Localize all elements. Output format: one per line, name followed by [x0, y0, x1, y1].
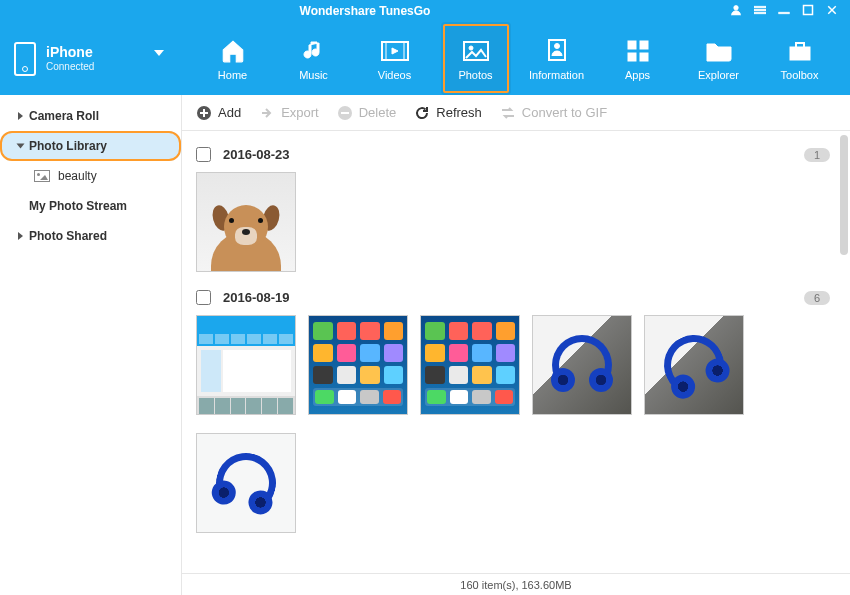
svg-rect-24	[200, 112, 208, 114]
device-selector[interactable]: iPhone Connected	[0, 22, 182, 95]
phone-icon	[14, 42, 36, 76]
nav-apps[interactable]: Apps	[603, 22, 673, 95]
group-date: 2016-08-19	[223, 290, 290, 305]
svg-marker-11	[392, 48, 398, 54]
sidebar-item-my-photo-stream[interactable]: My Photo Stream	[0, 191, 181, 221]
svg-point-13	[469, 46, 473, 50]
photo-group-header: 2016-08-23 1	[196, 147, 836, 162]
sidebar: Camera Roll Photo Library beaulty My Pho…	[0, 95, 182, 595]
device-status: Connected	[46, 61, 94, 72]
svg-rect-2	[754, 9, 766, 11]
nav-music[interactable]: Music	[279, 22, 349, 95]
photo-thumbnail[interactable]	[644, 315, 744, 415]
convert-gif-button[interactable]: Convert to GIF	[500, 105, 607, 121]
svg-rect-18	[628, 53, 636, 61]
status-bar: 160 item(s), 163.60MB	[182, 573, 850, 595]
group-count-badge: 1	[804, 148, 830, 162]
caret-right-icon	[18, 232, 23, 240]
top-nav: iPhone Connected Home Music Videos Photo…	[0, 22, 850, 95]
nav-explorer[interactable]: Explorer	[684, 22, 754, 95]
sidebar-item-label: My Photo Stream	[29, 199, 127, 213]
refresh-icon	[414, 105, 430, 121]
photo-thumbnail[interactable]	[308, 315, 408, 415]
svg-rect-21	[796, 43, 804, 48]
music-icon	[300, 37, 328, 65]
group-select-checkbox[interactable]	[196, 290, 211, 305]
maximize-icon[interactable]	[802, 4, 814, 19]
folder-icon	[705, 37, 733, 65]
svg-rect-16	[628, 41, 636, 49]
svg-rect-3	[754, 12, 766, 14]
menu-icon[interactable]	[754, 4, 766, 19]
group-count-badge: 6	[804, 291, 830, 305]
picture-icon	[34, 170, 50, 182]
chevron-down-icon	[154, 50, 164, 56]
plus-icon	[196, 105, 212, 121]
photo-thumbnail[interactable]	[532, 315, 632, 415]
group-select-checkbox[interactable]	[196, 147, 211, 162]
photo-group-header: 2016-08-19 6	[196, 290, 836, 305]
sidebar-item-label: Camera Roll	[29, 109, 99, 123]
add-button[interactable]: Add	[196, 105, 241, 121]
group-date: 2016-08-23	[223, 147, 290, 162]
videos-icon	[381, 37, 409, 65]
minimize-icon[interactable]	[778, 4, 790, 19]
sidebar-item-label: Photo Shared	[29, 229, 107, 243]
svg-rect-26	[341, 112, 349, 114]
information-icon	[543, 37, 571, 65]
titlebar: Wondershare TunesGo	[0, 0, 850, 22]
sidebar-item-photo-shared[interactable]: Photo Shared	[0, 221, 181, 251]
sidebar-item-camera-roll[interactable]: Camera Roll	[0, 101, 181, 131]
toolbar: Add Export Delete Refresh Convert to GIF	[182, 95, 850, 131]
convert-icon	[500, 105, 516, 121]
svg-point-0	[734, 5, 739, 10]
photo-grid: 2016-08-23 1 2016-08-19 6	[182, 131, 850, 573]
caret-down-icon	[17, 144, 25, 149]
export-icon	[259, 105, 275, 121]
device-name: iPhone	[46, 45, 94, 60]
status-text: 160 item(s), 163.60MB	[460, 579, 571, 591]
delete-button[interactable]: Delete	[337, 105, 397, 121]
export-button[interactable]: Export	[259, 105, 319, 121]
sidebar-item-photo-library[interactable]: Photo Library	[0, 131, 181, 161]
sidebar-item-beaulty[interactable]: beaulty	[0, 161, 181, 191]
user-icon[interactable]	[730, 4, 742, 19]
svg-rect-5	[804, 5, 813, 14]
sidebar-item-label: beaulty	[58, 169, 97, 183]
photo-thumbnail[interactable]	[196, 433, 296, 533]
apps-icon	[624, 37, 652, 65]
nav-videos[interactable]: Videos	[360, 22, 430, 95]
photo-thumbnail[interactable]	[196, 315, 296, 415]
photo-thumbnail[interactable]	[196, 172, 296, 272]
svg-rect-4	[779, 12, 790, 14]
refresh-button[interactable]: Refresh	[414, 105, 482, 121]
svg-rect-19	[640, 53, 648, 61]
nav-toolbox[interactable]: Toolbox	[765, 22, 835, 95]
svg-rect-1	[754, 6, 766, 8]
app-title: Wondershare TunesGo	[0, 4, 730, 18]
toolbox-icon	[786, 37, 814, 65]
nav-home[interactable]: Home	[198, 22, 268, 95]
home-icon	[219, 37, 247, 65]
svg-rect-17	[640, 41, 648, 49]
minus-icon	[337, 105, 353, 121]
nav-photos[interactable]: Photos	[441, 22, 511, 95]
main-panel: Add Export Delete Refresh Convert to GIF	[182, 95, 850, 595]
scrollbar[interactable]	[840, 135, 848, 255]
photos-icon	[462, 37, 490, 65]
caret-right-icon	[18, 112, 23, 120]
svg-point-15	[554, 43, 559, 48]
nav-information[interactable]: Information	[522, 22, 592, 95]
close-icon[interactable]	[826, 4, 838, 19]
sidebar-item-label: Photo Library	[29, 139, 107, 153]
photo-thumbnail[interactable]	[420, 315, 520, 415]
